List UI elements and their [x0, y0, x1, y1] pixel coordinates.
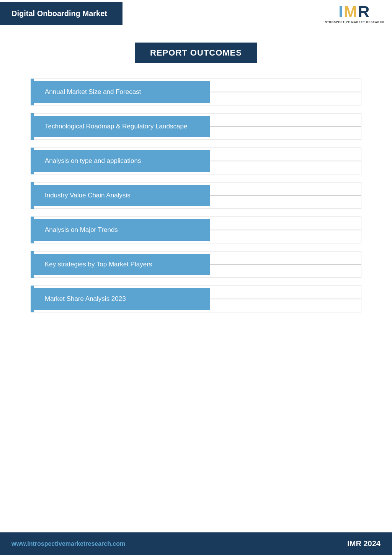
list-item: Key strategies by Top Market Players — [31, 251, 361, 278]
left-accent-line — [31, 286, 34, 312]
logo-block: I M R INTROSPECTIVE MARKET RESEARCH — [316, 0, 392, 27]
footer-url: www.introspectivemarketresearch.com — [11, 540, 125, 547]
outcome-item-3: Analysis on type and applications — [34, 148, 361, 174]
list-item: Market Share Analysis 2023 — [31, 286, 361, 312]
left-accent-line — [31, 182, 34, 209]
outcome-label-6: Key strategies by Top Market Players — [45, 261, 152, 268]
outcome-label-7: Market Share Analysis 2023 — [45, 295, 126, 302]
outcome-right-3 — [210, 161, 361, 161]
left-accent-line — [31, 148, 34, 174]
left-accent-line — [31, 79, 34, 105]
outcome-right-2 — [210, 126, 361, 127]
footer-brand: IMR 2024 — [347, 539, 381, 548]
left-accent-line — [31, 251, 34, 278]
outcome-right-6 — [210, 264, 361, 265]
left-accent-line — [31, 217, 34, 243]
logo-m: M — [344, 4, 357, 20]
main-content: REPORT OUTCOMES Annual Market Size and F… — [0, 27, 392, 328]
outcome-item-5: Analysis on Major Trends — [34, 217, 361, 243]
outcome-label-block-3: Analysis on type and applications — [34, 150, 210, 172]
outcome-label-block-5: Analysis on Major Trends — [34, 219, 210, 241]
outcome-item-2: Technological Roadmap & Regulatory Lands… — [34, 113, 361, 140]
logo-i: I — [338, 4, 343, 20]
outcome-label-block-4: Industry Value Chain Analysis — [34, 185, 210, 206]
outcome-label-3: Analysis on type and applications — [45, 157, 141, 164]
report-outcomes-container: REPORT OUTCOMES — [31, 43, 361, 63]
outcome-item-7: Market Share Analysis 2023 — [34, 286, 361, 312]
outcome-right-7 — [210, 299, 361, 299]
outcome-items-list: Annual Market Size and Forecast Technolo… — [31, 79, 361, 312]
list-item: Analysis on Major Trends — [31, 217, 361, 243]
outcome-label-block-1: Annual Market Size and Forecast — [34, 81, 210, 103]
outcome-right-4 — [210, 195, 361, 196]
left-accent-line — [31, 113, 34, 140]
outcome-label-2: Technological Roadmap & Regulatory Lands… — [45, 123, 187, 130]
outcome-label-1: Annual Market Size and Forecast — [45, 88, 141, 95]
page-header: Digital Onboarding Market I M R INTROSPE… — [0, 0, 392, 27]
outcome-label-block-7: Market Share Analysis 2023 — [34, 288, 210, 310]
list-item: Industry Value Chain Analysis — [31, 182, 361, 209]
outcome-label-5: Analysis on Major Trends — [45, 226, 118, 233]
header-title-block: Digital Onboarding Market — [0, 2, 122, 25]
outcome-label-block-6: Key strategies by Top Market Players — [34, 254, 210, 275]
page-footer: www.introspectivemarketresearch.com IMR … — [0, 532, 392, 555]
logo-subtitle: INTROSPECTIVE MARKET RESEARCH — [323, 21, 384, 23]
outcome-label-block-2: Technological Roadmap & Regulatory Lands… — [34, 116, 210, 137]
outcome-right-5 — [210, 230, 361, 230]
outcome-item-1: Annual Market Size and Forecast — [34, 79, 361, 105]
outcome-item-4: Industry Value Chain Analysis — [34, 182, 361, 209]
logo-r: R — [358, 4, 369, 20]
outcome-right-1 — [210, 92, 361, 92]
list-item: Analysis on type and applications — [31, 148, 361, 174]
outcome-label-4: Industry Value Chain Analysis — [45, 192, 131, 199]
header-title: Digital Onboarding Market — [11, 9, 107, 18]
logo-letters: I M R — [338, 4, 369, 20]
outcome-item-6: Key strategies by Top Market Players — [34, 251, 361, 278]
list-item: Annual Market Size and Forecast — [31, 79, 361, 105]
report-outcomes-heading: REPORT OUTCOMES — [135, 43, 257, 63]
list-item: Technological Roadmap & Regulatory Lands… — [31, 113, 361, 140]
